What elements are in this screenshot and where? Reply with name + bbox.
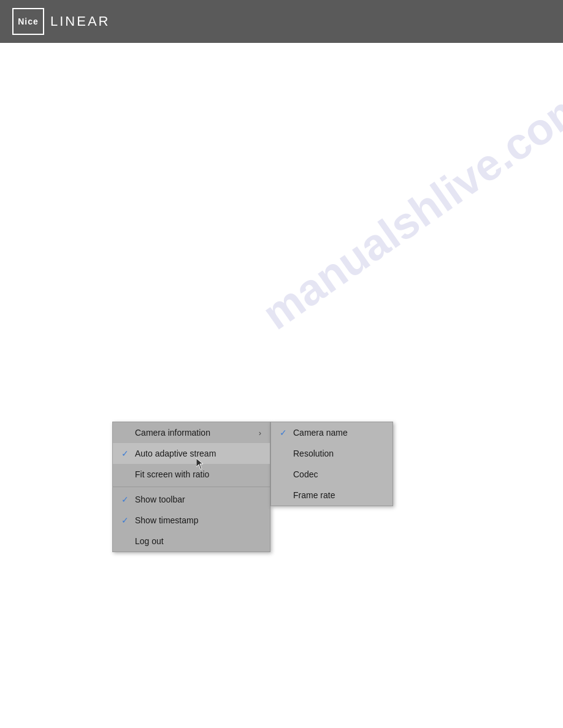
submenu-item-resolution[interactable]: Resolution [271, 443, 393, 464]
menu-label-log-out: Log out [135, 536, 164, 546]
navbar: Nice LINEAR [0, 0, 563, 43]
context-menu-container: Camera information › ✓ Auto adaptive str… [112, 422, 393, 552]
logo-nice: Nice [18, 17, 39, 26]
submenu-label-resolution: Resolution [293, 449, 334, 458]
logo-box: Nice [12, 8, 44, 35]
logo-linear: LINEAR [50, 13, 110, 29]
menu-label-fit-screen: Fit screen with ratio [135, 469, 209, 479]
check-icon-auto-adaptive-stream: ✓ [121, 449, 132, 458]
submenu-item-codec[interactable]: Codec [271, 464, 393, 485]
submenu-label-frame-rate: Frame rate [293, 490, 335, 500]
menu-label-show-toolbar: Show toolbar [135, 495, 185, 504]
submenu-label-codec: Codec [293, 469, 318, 479]
menu-item-show-timestamp[interactable]: ✓ Show timestamp [113, 510, 270, 531]
submenu-arrow-icon: › [247, 428, 261, 438]
submenu-item-camera-name[interactable]: ✓ Camera name [271, 422, 393, 443]
menu-item-log-out[interactable]: Log out [113, 531, 270, 552]
menu-item-auto-adaptive-stream[interactable]: ✓ Auto adaptive stream [113, 443, 270, 464]
menu-item-camera-information[interactable]: Camera information › [113, 422, 270, 443]
submenu-camera-information: ✓ Camera name Resolution Codec Frame rat… [270, 422, 393, 506]
check-icon-camera-name: ✓ [280, 428, 291, 438]
menu-item-show-toolbar[interactable]: ✓ Show toolbar [113, 489, 270, 510]
menu-label-auto-adaptive-stream: Auto adaptive stream [135, 449, 216, 458]
menu-label-camera-information: Camera information [135, 428, 210, 438]
menu-divider-1 [113, 487, 270, 487]
submenu-item-frame-rate[interactable]: Frame rate [271, 485, 393, 506]
menu-item-fit-screen[interactable]: Fit screen with ratio [113, 464, 270, 485]
check-icon-show-timestamp: ✓ [121, 515, 132, 525]
menu-label-show-timestamp: Show timestamp [135, 515, 198, 525]
submenu-label-camera-name: Camera name [293, 428, 348, 438]
check-icon-show-toolbar: ✓ [121, 495, 132, 504]
primary-menu: Camera information › ✓ Auto adaptive str… [112, 422, 270, 552]
watermark: manualshlive.com [253, 78, 563, 339]
